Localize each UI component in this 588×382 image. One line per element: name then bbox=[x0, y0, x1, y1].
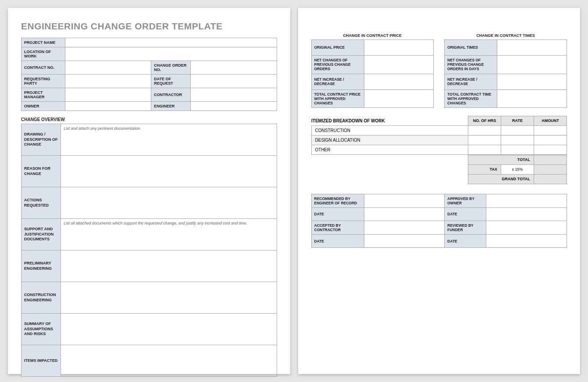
price-label: ORIGINAL PRICE bbox=[311, 40, 364, 56]
sign-label: DATE bbox=[445, 235, 486, 248]
ov-value[interactable] bbox=[61, 345, 277, 377]
times-label: NET INCREASE / DECREASE bbox=[445, 74, 497, 89]
ov-value[interactable] bbox=[61, 250, 277, 282]
col-amount: AMOUNT bbox=[534, 116, 567, 126]
page-2: CHANGE IN CONTRACT PRICE ORIGINAL PRICE … bbox=[298, 8, 581, 374]
times-label: TOTAL CONTRACT TIME WITH APPROVED CHANGE… bbox=[445, 89, 497, 108]
value-total bbox=[534, 155, 567, 164]
input-project-name[interactable] bbox=[65, 38, 277, 47]
sign-value[interactable] bbox=[486, 208, 567, 221]
price-value[interactable] bbox=[364, 56, 434, 74]
ov-value[interactable] bbox=[61, 282, 277, 314]
item-row-label: CONSTRUCTION bbox=[311, 125, 468, 135]
ov-label: DRAWING / DESCRIPTION OF CHANGE bbox=[21, 124, 61, 156]
input-owner[interactable] bbox=[65, 102, 151, 111]
overview-title: CHANGE OVERVIEW bbox=[21, 117, 277, 122]
ov-value[interactable]: List all attached documents which suppor… bbox=[61, 219, 277, 250]
value-grand-total bbox=[534, 174, 567, 184]
signoff-table: RECOMMENDED BYENGINEER OF RECORD APPROVE… bbox=[311, 194, 567, 248]
sign-value[interactable] bbox=[364, 194, 445, 207]
label-date-request: DATE OF REQUEST bbox=[151, 75, 191, 88]
label-engineer: ENGINEER bbox=[151, 102, 191, 111]
ov-label: CONSTRUCTION ENGINEERING bbox=[21, 282, 61, 314]
ov-label: PRELIMINARY ENGINEERING bbox=[21, 250, 61, 282]
item-rate[interactable] bbox=[501, 145, 534, 154]
times-value[interactable] bbox=[497, 40, 567, 56]
item-rate[interactable] bbox=[501, 125, 534, 135]
times-value[interactable] bbox=[497, 89, 567, 108]
label-total: TOTAL bbox=[468, 155, 534, 164]
ov-label: SUPPORT AND JUSTIFICATION DOCUMENTS bbox=[21, 219, 61, 250]
price-value[interactable] bbox=[364, 40, 434, 56]
overview-table: DRAWING / DESCRIPTION OF CHANGE List and… bbox=[21, 124, 277, 377]
sign-label: REVIEWED BYFUNDER bbox=[445, 221, 486, 235]
ov-label: REASON FOR CHANGE bbox=[21, 156, 61, 187]
input-contractor[interactable] bbox=[191, 88, 277, 102]
label-contract-no: CONTRACT NO. bbox=[21, 61, 65, 75]
item-hours[interactable] bbox=[468, 145, 501, 154]
label-project-manager: PROJECT MANAGER bbox=[21, 88, 65, 102]
label-requesting-party: REQUESTING PARTY bbox=[21, 75, 65, 88]
sign-label: ACCEPTED BYCONTRACTOR bbox=[311, 221, 364, 235]
page-1: ENGINEERING CHANGE ORDER TEMPLATE PROJEC… bbox=[8, 8, 290, 374]
input-engineer[interactable] bbox=[191, 102, 277, 111]
label-location: LOCATION OF WORK bbox=[21, 47, 65, 61]
label-contractor: CONTRACTOR bbox=[151, 88, 191, 102]
times-title: CHANGE IN CONTRACT TIMES bbox=[444, 33, 567, 38]
label-grand-total: GRAND TOTAL bbox=[468, 174, 534, 184]
sign-label: APPROVED BYOWNER bbox=[445, 194, 486, 207]
ov-value[interactable] bbox=[61, 187, 277, 219]
sign-value[interactable] bbox=[364, 208, 445, 221]
input-location[interactable] bbox=[65, 47, 277, 61]
price-value[interactable] bbox=[364, 89, 434, 108]
input-requesting-party[interactable] bbox=[65, 75, 151, 88]
sign-value[interactable] bbox=[486, 235, 567, 248]
price-label: TOTAL CONTRACT PRICE WITH APPROVED CHANG… bbox=[311, 89, 364, 108]
item-amount[interactable] bbox=[534, 125, 567, 135]
sign-label: DATE bbox=[311, 235, 364, 248]
item-amount[interactable] bbox=[534, 135, 567, 145]
times-label: ORIGINAL TIMES bbox=[445, 40, 497, 56]
document-title: ENGINEERING CHANGE ORDER TEMPLATE bbox=[21, 21, 277, 32]
label-owner: OWNER bbox=[21, 102, 65, 111]
price-value[interactable] bbox=[364, 74, 434, 89]
input-date-request[interactable] bbox=[191, 75, 277, 88]
input-change-order-no[interactable] bbox=[191, 61, 277, 75]
sign-value[interactable] bbox=[486, 221, 567, 235]
col-rate: RATE bbox=[501, 116, 534, 126]
ov-value[interactable] bbox=[61, 156, 277, 187]
ov-label: ACTIONS REQUESTED bbox=[21, 187, 61, 219]
ov-label: SUMMARY OF ASSUMPTIONS AND RISKS bbox=[21, 314, 61, 345]
value-tax-rate[interactable]: x 15% bbox=[501, 164, 534, 174]
ov-value[interactable] bbox=[61, 314, 277, 345]
label-tax: TAX bbox=[468, 164, 501, 174]
item-hours[interactable] bbox=[468, 125, 501, 135]
sign-value[interactable] bbox=[364, 221, 445, 235]
times-label: NET CHANGES OF PREVIOUS CHANGE ORDERS IN… bbox=[445, 56, 497, 74]
col-hours: NO. OF HRS bbox=[468, 116, 501, 126]
item-title: ITEMIZED BREAKDOWN OF WORK bbox=[311, 116, 468, 126]
sign-value[interactable] bbox=[364, 235, 445, 248]
times-value[interactable] bbox=[497, 56, 567, 74]
item-hours[interactable] bbox=[468, 135, 501, 145]
sign-label: DATE bbox=[445, 208, 486, 221]
item-rate[interactable] bbox=[501, 135, 534, 145]
times-value[interactable] bbox=[497, 74, 567, 89]
price-label: NET INCREASE / DECREASE bbox=[311, 74, 364, 89]
itemized-table: ITEMIZED BREAKDOWN OF WORK NO. OF HRS RA… bbox=[311, 116, 567, 155]
price-label: NET CHANGES OF PREVIOUS CHANGE ORDERS bbox=[311, 56, 364, 74]
item-row-label: OTHER bbox=[311, 145, 468, 154]
input-contract-no[interactable] bbox=[65, 61, 151, 75]
price-table: ORIGINAL PRICE NET CHANGES OF PREVIOUS C… bbox=[311, 39, 434, 108]
price-title: CHANGE IN CONTRACT PRICE bbox=[311, 33, 434, 38]
ov-value[interactable]: List and attach any pertinent documentat… bbox=[61, 124, 277, 156]
times-table: ORIGINAL TIMES NET CHANGES OF PREVIOUS C… bbox=[444, 39, 567, 108]
item-row-label: DESIGN ALLOCATION bbox=[311, 135, 468, 145]
input-project-manager[interactable] bbox=[65, 88, 151, 102]
label-change-order-no: CHANGE ORDER NO. bbox=[151, 61, 191, 75]
label-project-name: PROJECT NAME bbox=[21, 38, 65, 47]
item-amount[interactable] bbox=[534, 145, 567, 154]
sign-label: RECOMMENDED BYENGINEER OF RECORD bbox=[311, 194, 364, 207]
ov-label: ITEMS IMPACTED bbox=[21, 345, 61, 377]
sign-value[interactable] bbox=[486, 194, 567, 207]
